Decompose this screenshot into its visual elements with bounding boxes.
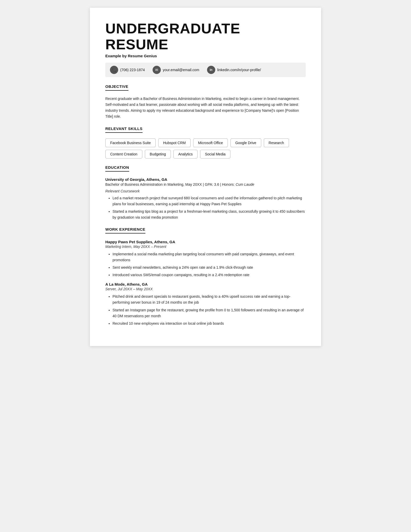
phone-icon: 📞 (110, 66, 118, 74)
linkedin-icon: in (207, 66, 215, 74)
skill-badge: Content Creation (105, 150, 142, 158)
coursework-label: Relevant Coursework (105, 189, 306, 193)
resume-subtitle: Example by Resume Genius (105, 54, 306, 58)
skills-title: RELEVANT SKILLS (105, 126, 143, 133)
objective-text: Recent graduate with a Bachelor of Busin… (105, 96, 306, 119)
work-section: WORK EXPERIENCE Happy Paws Pet Supplies,… (105, 227, 306, 326)
skill-badge: Google Drive (230, 138, 261, 147)
work-company: A La Mode, Athens, GA (105, 282, 306, 286)
edu-bullet: Started a marketing tips blog as a proje… (113, 209, 306, 220)
email-icon: ✉ (153, 66, 161, 74)
skill-badge: Social Media (200, 150, 230, 158)
contact-phone: 📞 (706) 223-1874 (110, 66, 145, 74)
education-entries: University of Georgia, Athens, GABachelo… (105, 177, 306, 220)
skill-badge: Research (264, 138, 289, 147)
resume-title: UNDERGRADUATE RESUME (105, 21, 306, 52)
work-bullet: Introduced various SMS/email coupon camp… (113, 272, 306, 278)
edu-bullets: Led a market research project that surve… (105, 195, 306, 220)
skill-badge: Analytics (173, 150, 198, 158)
skills-section: RELEVANT SKILLS Facebook Business SuiteH… (105, 126, 306, 158)
skill-badge: Hubspot CRM (158, 138, 191, 147)
work-bullets: Implemented a social media marketing pla… (105, 251, 306, 278)
contact-bar: 📞 (706) 223-1874 ✉ your.email@email.com … (105, 63, 306, 77)
edu-school: University of Georgia, Athens, GA (105, 177, 306, 182)
work-bullet: Recruited 10 new employees via interacti… (113, 321, 306, 326)
education-section: EDUCATION University of Georgia, Athens,… (105, 165, 306, 220)
work-role: Marketing Intern, May 20XX – Present (105, 245, 306, 249)
skills-container: Facebook Business SuiteHubspot CRMMicros… (105, 138, 306, 158)
contact-email: ✉ your.email@email.com (153, 66, 199, 74)
work-entry: Happy Paws Pet Supplies, Athens, GAMarke… (105, 240, 306, 278)
work-entries: Happy Paws Pet Supplies, Athens, GAMarke… (105, 240, 306, 326)
education-entry: University of Georgia, Athens, GABachelo… (105, 177, 306, 220)
objective-title: OBJECTIVE (105, 84, 128, 91)
objective-section: OBJECTIVE Recent graduate with a Bachelo… (105, 84, 306, 119)
resume-page: UNDERGRADUATE RESUME Example by Resume G… (90, 8, 321, 346)
work-bullet: Sent weekly email newsletters, achieving… (113, 265, 306, 270)
work-bullet: Pitched drink and dessert specials to re… (113, 294, 306, 305)
work-bullet: Started an Instagram page for the restau… (113, 307, 306, 319)
contact-linkedin: in linkedin.com/in/your-profile/ (207, 66, 261, 74)
education-title: EDUCATION (105, 165, 129, 172)
work-bullets: Pitched drink and dessert specials to re… (105, 294, 306, 326)
work-company: Happy Paws Pet Supplies, Athens, GA (105, 240, 306, 244)
skill-badge: Microsoft Office (193, 138, 228, 147)
work-bullet: Implemented a social media marketing pla… (113, 251, 306, 263)
phone-text: (706) 223-1874 (120, 68, 145, 72)
linkedin-text: linkedin.com/in/your-profile/ (217, 68, 261, 72)
edu-bullet: Led a market research project that surve… (113, 195, 306, 207)
work-title: WORK EXPERIENCE (105, 227, 145, 234)
work-role: Server, Jul 20XX – May 20XX (105, 287, 306, 291)
skill-badge: Budgeting (145, 150, 171, 158)
skill-badge: Facebook Business Suite (105, 138, 156, 147)
edu-degree: Bachelor of Business Administration in M… (105, 182, 306, 186)
email-text: your.email@email.com (163, 68, 199, 72)
work-entry: A La Mode, Athens, GAServer, Jul 20XX – … (105, 282, 306, 326)
